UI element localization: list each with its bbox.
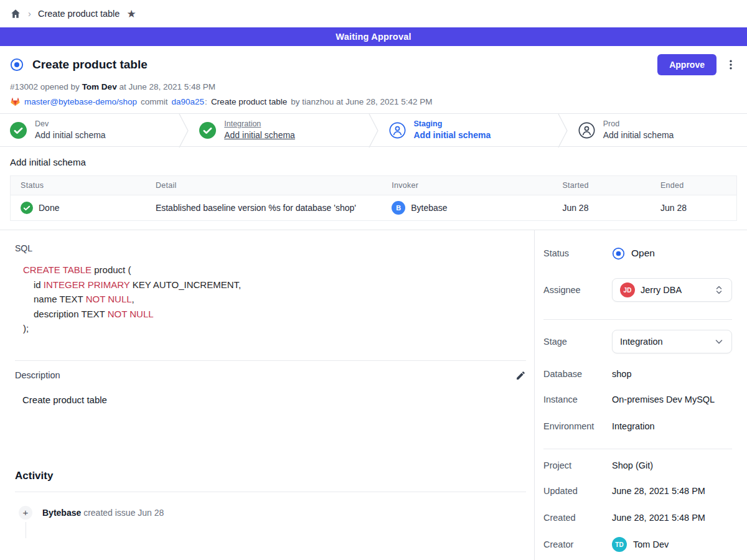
invoker-avatar: B: [392, 201, 405, 215]
environment-value: Integration: [612, 421, 655, 431]
activity-divider: [15, 492, 526, 492]
stage-separator-icon: [179, 114, 189, 147]
plus-icon: +: [19, 506, 32, 520]
creator-value: Tom Dev: [633, 539, 669, 549]
database-value: shop: [612, 369, 631, 379]
task-status: Done: [39, 203, 59, 213]
issue-header: Create product table Approve #13002 open…: [0, 46, 747, 113]
branch-repo-link[interactable]: master@bytebase-demo/shop: [24, 97, 137, 106]
stage-env-label: Dev: [35, 119, 106, 129]
stage-staging[interactable]: Staging Add initial schema: [379, 114, 558, 146]
page-title: Create product table: [32, 58, 148, 72]
assignee-avatar: JD: [620, 282, 635, 297]
col-status: Status: [11, 176, 156, 195]
creator-label: Creator: [543, 539, 612, 549]
sql-text: name TEXT: [34, 294, 86, 304]
commit-word: commit: [141, 97, 168, 106]
instance-value: On-premises Dev MySQL: [612, 394, 715, 404]
issue-open-icon: [10, 58, 24, 72]
list-item: + Bytebase created issue Jun 28: [15, 506, 526, 538]
updated-label: Updated: [543, 486, 612, 496]
created-value: June 28, 2021 5:48 PM: [612, 513, 705, 523]
status-value: Open: [631, 248, 655, 259]
issue-number-opened: #13002 opened by: [10, 82, 80, 91]
stage-env-label: Staging: [414, 119, 491, 129]
issue-author: Tom Dev: [82, 82, 117, 91]
stage-env-label: Prod: [603, 119, 674, 129]
stage-separator-icon: [558, 114, 568, 147]
stage-task-label: Add initial schema: [35, 129, 106, 141]
breadcrumb: › Create product table ★: [0, 0, 747, 27]
sql-keyword: CREATE TABLE: [23, 264, 92, 275]
col-detail: Detail: [156, 176, 392, 195]
col-ended: Ended: [660, 176, 737, 195]
task-detail: Established baseline version %s for data…: [156, 195, 392, 221]
environment-label: Environment: [543, 421, 612, 431]
assignee-select[interactable]: JD Jerry DBA: [612, 278, 732, 302]
breadcrumb-current: Create product table: [38, 9, 120, 19]
description-label: Description: [15, 370, 60, 380]
sql-keyword: INTEGER PRIMARY: [44, 279, 130, 290]
stage-prod[interactable]: Prod Add initial schema: [568, 114, 747, 146]
assignee-value: Jerry DBA: [641, 285, 708, 295]
stage-done-icon: [199, 122, 216, 139]
commit-colon: :: [205, 97, 207, 106]
project-label: Project: [543, 460, 612, 470]
star-icon[interactable]: ★: [126, 9, 136, 19]
col-invoker: Invoker: [392, 176, 562, 195]
task-section-title: Add initial schema: [10, 157, 737, 167]
stage-task-label: Add initial schema: [603, 129, 674, 141]
approve-button[interactable]: Approve: [657, 54, 716, 75]
sql-text: KEY AUTO_INCREMENT,: [129, 279, 241, 290]
pipeline-stage-bar: Dev Add initial schema Integration Add i…: [0, 113, 747, 147]
commit-byline: by tianzhou at June 28, 2021 5:42 PM: [291, 97, 432, 106]
stage-integration[interactable]: Integration Add initial schema: [189, 114, 368, 146]
commit-info: master@bytebase-demo/shop commit da90a25…: [10, 96, 737, 107]
sql-keyword: NOT NULL: [108, 309, 154, 319]
stage-dev[interactable]: Dev Add initial schema: [0, 114, 179, 146]
open-status-icon: [612, 247, 625, 260]
issue-sidebar: Status Open Assignee JD Jerry DBA Stage: [534, 230, 747, 560]
stage-pending-icon: [578, 122, 595, 139]
edit-pencil-icon[interactable]: [515, 370, 526, 381]
bytebase-issue-page: › Create product table ★ Waiting Approva…: [0, 0, 747, 560]
issue-meta: #13002 opened by Tom Dev at June 28, 202…: [10, 82, 737, 91]
task-ended: Jun 28: [660, 195, 737, 221]
stage-select[interactable]: Integration: [612, 330, 732, 353]
sql-statement: CREATE TABLE product ( id INTEGER PRIMAR…: [15, 263, 526, 336]
task-started: Jun 28: [562, 195, 660, 221]
sql-text: id: [34, 279, 44, 290]
commit-hash-link[interactable]: da90a25: [172, 97, 205, 106]
sql-label: SQL: [15, 243, 526, 253]
done-check-icon: [21, 202, 33, 214]
description-body: Create product table: [22, 394, 526, 405]
status-banner: Waiting Approval: [0, 27, 747, 46]
task-section: Add initial schema Status Detail Invoker…: [0, 147, 747, 230]
sql-text: description TEXT: [34, 309, 108, 319]
more-actions-icon[interactable]: [725, 58, 737, 72]
chevron-down-icon: [714, 337, 724, 347]
created-label: Created: [543, 513, 612, 523]
project-value: Shop (Git): [612, 460, 653, 470]
sidebar-divider: [543, 449, 732, 449]
section-divider: [15, 360, 526, 361]
assignee-label: Assignee: [543, 285, 612, 295]
creator-avatar: TD: [612, 537, 627, 552]
stage-done-icon: [10, 122, 27, 139]
task-invoker: Bytebase: [411, 203, 447, 213]
stage-task-label: Add initial schema: [224, 129, 295, 141]
activity-actor: Bytebase: [42, 508, 81, 518]
sql-text: product (: [92, 264, 131, 275]
stage-pending-approval-icon: [389, 122, 406, 139]
col-started: Started: [562, 176, 660, 195]
activity-action: created issue Jun 28: [83, 508, 164, 518]
activity-title: Activity: [15, 470, 526, 482]
timeline-line: [26, 522, 26, 538]
task-table: Status Detail Invoker Started Ended Done…: [10, 175, 737, 221]
main-column: SQL CREATE TABLE product ( id INTEGER PR…: [0, 230, 534, 560]
updated-value: June 28, 2021 5:48 PM: [612, 486, 705, 496]
commit-message: Create product table: [211, 97, 287, 106]
database-label: Database: [543, 369, 612, 379]
stage-value: Integration: [620, 337, 708, 347]
home-icon[interactable]: [10, 8, 21, 19]
